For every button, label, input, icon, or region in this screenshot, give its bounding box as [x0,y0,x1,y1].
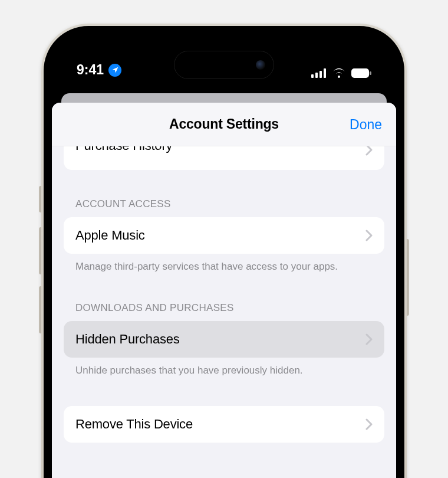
svg-rect-2 [319,71,322,78]
section-footer: Unhide purchases that you have previousl… [64,358,384,378]
downloads-section: DOWNLOADS AND PURCHASES Hidden Purchases… [64,302,384,443]
section-header: DOWNLOADS AND PURCHASES [64,302,384,314]
row-label: Purchase History [75,146,172,153]
apple-music-row[interactable]: Apple Music [64,217,384,254]
camera-icon [256,60,265,70]
wifi-icon [332,68,346,78]
screen: 9:41 Account Setti [52,34,396,478]
location-icon [108,64,121,77]
done-button[interactable]: Done [350,116,382,132]
dynamic-island [174,51,274,79]
section-header: ACCOUNT ACCESS [64,198,384,210]
chevron-right-icon [365,230,373,241]
svg-rect-0 [311,74,314,78]
section-footer: Manage third-party services that have ac… [64,254,384,274]
chevron-right-icon [365,418,373,430]
iphone-device-frame: 9:41 Account Setti [41,24,407,478]
chevron-right-icon [365,146,373,156]
sheet-title: Account Settings [169,116,279,132]
row-label: Hidden Purchases [75,332,180,347]
svg-rect-1 [315,73,318,78]
chevron-right-icon [365,333,373,345]
purchase-history-row[interactable]: Purchase History [64,146,384,170]
svg-rect-4 [351,68,369,78]
status-time: 9:41 [77,62,104,78]
account-access-section: ACCOUNT ACCESS Apple Music Manage third-… [64,198,384,274]
battery-icon [351,68,371,78]
sheet-header: Account Settings Done [52,103,396,146]
status-bar: 9:41 [52,34,396,93]
account-settings-sheet: Account Settings Done Purchase History A… [52,103,396,478]
status-left: 9:41 [77,62,121,78]
row-label: Remove This Device [75,417,193,432]
status-right [311,68,371,78]
sheet-content[interactable]: Purchase History ACCOUNT ACCESS Apple Mu… [52,146,396,443]
remove-device-row[interactable]: Remove This Device [64,406,384,443]
cellular-icon [311,68,327,78]
modal-stack: Account Settings Done Purchase History A… [52,93,396,478]
svg-rect-3 [324,68,326,78]
row-label: Apple Music [75,228,145,243]
svg-rect-5 [370,71,371,75]
hidden-purchases-row[interactable]: Hidden Purchases [64,321,384,358]
